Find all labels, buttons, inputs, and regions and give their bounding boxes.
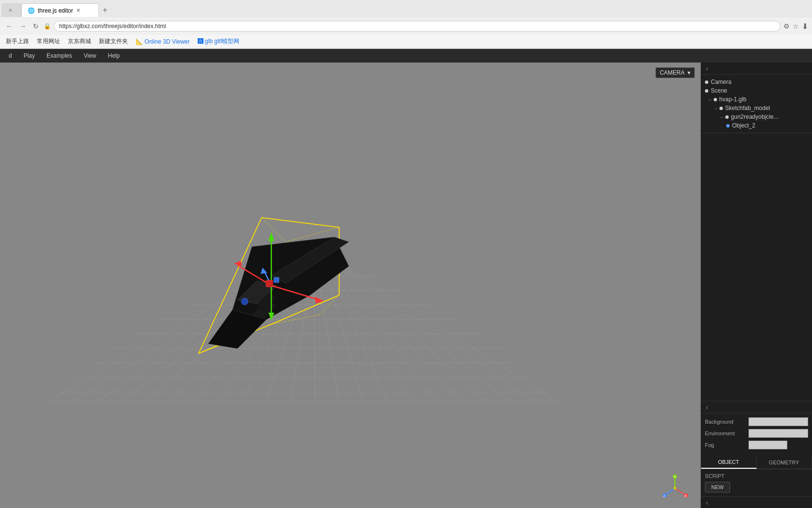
gun-model — [208, 237, 349, 349]
svg-line-45 — [326, 254, 446, 402]
svg-line-48 — [328, 254, 518, 402]
menu-item-d[interactable]: d — [4, 50, 17, 61]
right-panel: ‹ Camera Scene – hvap-1.glb – Sketchfab_… — [701, 63, 812, 508]
bookmark-xinjian[interactable]: 新建文件夹 — [97, 36, 130, 47]
script-new-button[interactable]: NEW — [705, 482, 730, 492]
active-tab[interactable]: 🌐 three.js editor ✕ — [21, 3, 99, 17]
svg-line-52 — [262, 218, 339, 227]
address-bar: ← → ↻ 🔒 ⚙ ☆ ⬇ — [0, 17, 812, 35]
gizmo-svg: Y X Z — [662, 475, 688, 501]
download-button[interactable]: ⬇ — [802, 22, 808, 31]
bookmark-glb[interactable]: 🅰 glb gltf模型网 — [196, 36, 242, 47]
tree-item-sketchfab[interactable]: – Sketchfab_model — [701, 104, 812, 112]
tree-item-object2[interactable]: Object_2 — [701, 121, 812, 130]
bookmark-xinshou[interactable]: 新手上路 — [4, 36, 31, 47]
tab-bar: ✕ 🌐 three.js editor ✕ + — [0, 0, 812, 17]
tree-dot-sketchfab — [719, 107, 723, 110]
gizmo-x-label: X — [685, 494, 687, 497]
main-layout: CAMERA ▾ Y X Z — [0, 63, 812, 508]
prop-environment-value[interactable] — [749, 429, 808, 438]
tree-label-camera: Camera — [711, 79, 732, 85]
prop-fog: Fog — [705, 441, 808, 449]
tree-expand-gun2: – — [720, 114, 723, 120]
forward-button[interactable]: → — [17, 21, 28, 31]
inactive-tab[interactable]: ✕ — [2, 3, 21, 17]
tree-expand-glb: – — [709, 97, 712, 102]
svg-line-49 — [327, 254, 543, 402]
tree-item-glb[interactable]: – hvap-1.glb — [701, 95, 812, 104]
bookmark-changyong[interactable]: 常用网址 — [35, 36, 62, 47]
tree-dot-scene — [705, 89, 708, 93]
tree-expand-sketchfab: – — [715, 106, 718, 111]
svg-line-46 — [328, 254, 470, 402]
prop-background-label: Background — [705, 419, 749, 425]
prop-environment: Environment — [705, 429, 808, 438]
panel-collapse-mid[interactable]: ‹ — [704, 403, 710, 411]
svg-line-29 — [327, 254, 460, 402]
prop-background-value[interactable] — [749, 417, 808, 426]
tree-item-gun2[interactable]: – gun2readyobjcle... — [701, 112, 812, 121]
new-tab-button[interactable]: + — [99, 6, 111, 15]
tree-dot-camera — [705, 80, 708, 84]
svg-line-31 — [327, 254, 509, 402]
viewport-3d[interactable]: CAMERA ▾ Y X Z — [0, 63, 701, 508]
svg-line-32 — [327, 254, 533, 402]
tab-close-button[interactable]: ✕ — [76, 7, 80, 14]
bookmark-online3d-icon: 📐 — [136, 38, 143, 45]
tree-dot-object2 — [726, 124, 730, 127]
tree-dot-glb — [714, 98, 717, 101]
tree-label-sketchfab: Sketchfab_model — [725, 105, 770, 111]
panel-collapse-bottom[interactable]: ‹ — [704, 499, 710, 507]
tree-label-scene: Scene — [711, 87, 727, 94]
camera-label: CAMERA — [660, 69, 685, 76]
menu-item-examples[interactable]: Examples — [42, 50, 77, 61]
tree-item-scene[interactable]: Scene — [701, 86, 812, 95]
app-menu: d Play Examples View Help — [0, 49, 812, 63]
properties-panel: Background Environment Fog — [701, 413, 812, 456]
menu-item-help[interactable]: Help — [103, 50, 125, 61]
tab-label: three.js editor — [38, 7, 73, 14]
svg-line-56 — [262, 218, 286, 242]
panel-collapse-top[interactable]: ‹ — [704, 64, 710, 72]
bookmark-jingdong[interactable]: 京东商城 — [66, 36, 93, 47]
svg-line-27 — [324, 254, 412, 402]
tree-item-camera[interactable]: Camera — [701, 78, 812, 86]
svg-line-33 — [327, 254, 557, 402]
address-input[interactable] — [54, 21, 781, 32]
transform-sphere[interactable] — [241, 298, 248, 305]
tab-close-inactive[interactable]: ✕ — [8, 7, 13, 14]
tree-dot-gun2 — [725, 115, 729, 119]
menu-item-play[interactable]: Play — [19, 50, 40, 61]
svg-line-47 — [328, 254, 494, 402]
script-section: SCRIPT NEW — [701, 469, 812, 496]
bookmark-glb-icon: 🅰 — [198, 38, 203, 45]
extensions-button[interactable]: ⚙ — [783, 22, 790, 30]
back-button[interactable]: ← — [4, 21, 15, 31]
tree-label-glb: hvap-1.glb — [719, 96, 747, 103]
tree-label-gun2: gun2readyobjcle... — [731, 113, 779, 120]
camera-dropdown-arrow: ▾ — [687, 69, 690, 76]
transform-center-cube[interactable] — [266, 280, 273, 287]
refresh-button[interactable]: ↻ — [31, 21, 41, 31]
tab-object[interactable]: OBJECT — [701, 456, 757, 469]
svg-line-73 — [675, 488, 685, 495]
tab-geometry[interactable]: GEOMETRY — [757, 456, 812, 469]
bookmarks-bar: 新手上路 常用网址 京东商城 新建文件夹 📐 Online 3D Viewer … — [0, 35, 812, 48]
prop-environment-label: Environment — [705, 430, 749, 436]
viewport-grid — [0, 63, 701, 508]
transform-blue-cube[interactable] — [274, 277, 279, 283]
bookmark-online3d[interactable]: 📐 Online 3D Viewer — [134, 37, 192, 46]
svg-line-75 — [666, 488, 675, 495]
transform-y-handle[interactable] — [268, 232, 274, 241]
prop-fog-value[interactable] — [749, 441, 787, 449]
prop-fog-label: Fog — [705, 442, 749, 448]
script-title: SCRIPT — [705, 473, 808, 479]
camera-dropdown[interactable]: CAMERA ▾ — [656, 67, 695, 78]
scene-tree: Camera Scene – hvap-1.glb – Sketchfab_mo… — [701, 75, 812, 133]
menu-item-view[interactable]: View — [79, 50, 101, 61]
lock-icon: 🔒 — [44, 23, 51, 30]
prop-background: Background — [705, 417, 808, 426]
bookmark-button[interactable]: ☆ — [793, 22, 799, 30]
tab-favicon: 🌐 — [28, 7, 35, 14]
gizmo-y-label: Y — [674, 476, 676, 478]
